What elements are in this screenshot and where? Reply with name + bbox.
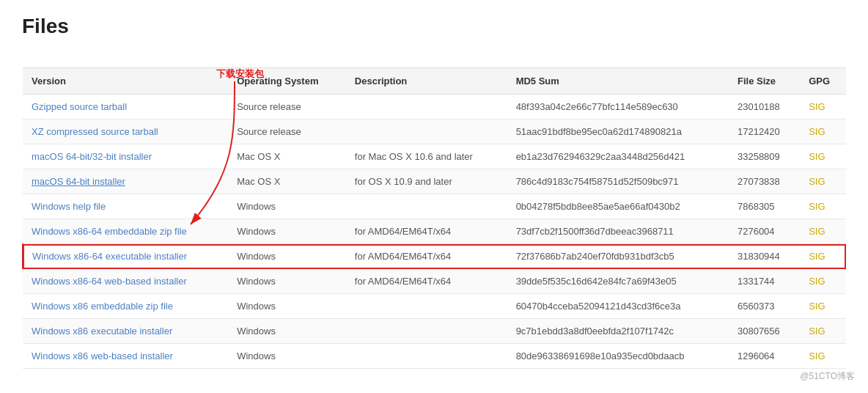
md5-cell: 0b04278f5bdb8ee85ae5ae66af0430b2 — [507, 194, 729, 219]
table-row: Gzipped source tarballSource release48f3… — [23, 95, 846, 120]
table-row: XZ compressed source tarballSource relea… — [23, 120, 846, 144]
description-cell — [346, 319, 507, 344]
os-cell: Source release — [228, 120, 346, 144]
sig-link[interactable]: SIG — [809, 201, 825, 212]
table-row: Windows x86-64 web-based installerWindow… — [23, 269, 846, 294]
md5-cell: 51aac91bdf8be95ec0a62d174890821a — [507, 120, 729, 144]
version-cell: XZ compressed source tarball — [23, 120, 228, 144]
gpg-cell: SIG — [800, 144, 846, 169]
version-cell: macOS 64-bit installer — [23, 169, 228, 194]
filesize-cell: 27073838 — [729, 169, 800, 194]
sig-link[interactable]: SIG — [809, 276, 825, 287]
sig-link[interactable]: SIG — [809, 101, 825, 112]
sig-link[interactable]: SIG — [809, 176, 825, 187]
filesize-cell: 30807656 — [729, 319, 800, 344]
description-cell — [346, 95, 507, 120]
os-cell: Source release — [228, 95, 346, 120]
version-link[interactable]: Windows x86 executable installer — [32, 326, 172, 337]
version-link[interactable]: Gzipped source tarball — [32, 101, 127, 112]
sig-link[interactable]: SIG — [809, 126, 825, 137]
gpg-cell: SIG — [800, 244, 846, 269]
filesize-cell: 31830944 — [729, 244, 800, 269]
description-cell: for AMD64/EM64T/x64 — [346, 244, 507, 269]
md5-cell: 80de96338691698e10a935ecd0bdaacb — [507, 344, 729, 369]
files-table: Version Operating System Description MD5… — [22, 67, 846, 369]
version-link[interactable]: Windows x86-64 web-based installer — [32, 276, 187, 287]
os-cell: Windows — [228, 294, 346, 319]
watermark: @51CTO博客 — [800, 370, 855, 383]
version-link[interactable]: Windows x86-64 embeddable zip file — [32, 226, 187, 237]
filesize-cell: 17212420 — [729, 120, 800, 144]
os-cell: Windows — [228, 219, 346, 244]
md5-cell: eb1a23d762946329c2aa3448d256d421 — [507, 144, 729, 169]
version-link[interactable]: Windows help file — [32, 201, 106, 212]
col-md5: MD5 Sum — [507, 68, 729, 95]
gpg-cell: SIG — [800, 95, 846, 120]
gpg-cell: SIG — [800, 319, 846, 344]
version-link[interactable]: Windows x86 web-based installer — [32, 350, 173, 361]
version-cell: Windows x86 web-based installer — [23, 344, 228, 369]
page-title: Files — [22, 15, 846, 38]
filesize-cell: 7868305 — [729, 194, 800, 219]
description-cell: for AMD64/EM64T/x64 — [346, 219, 507, 244]
os-cell: Mac OS X — [228, 169, 346, 194]
sig-link[interactable]: SIG — [809, 251, 825, 262]
gpg-cell: SIG — [800, 294, 846, 319]
version-cell: Windows x86-64 web-based installer — [23, 269, 228, 294]
description-cell — [346, 194, 507, 219]
table-row: macOS 64-bit/32-bit installerMac OS Xfor… — [23, 144, 846, 169]
md5-cell: 48f393a04c2e66c77bfc114e589ec630 — [507, 95, 729, 120]
description-cell — [346, 294, 507, 319]
gpg-cell: SIG — [800, 120, 846, 144]
gpg-cell: SIG — [800, 194, 846, 219]
col-description: Description — [346, 68, 507, 95]
gpg-cell: SIG — [800, 344, 846, 369]
filesize-cell: 33258809 — [729, 144, 800, 169]
sig-link[interactable]: SIG — [809, 326, 825, 337]
version-cell: Windows x86-64 embeddable zip file — [23, 219, 228, 244]
table-row: Windows x86 web-based installerWindows80… — [23, 344, 846, 369]
description-cell: for OS X 10.9 and later — [346, 169, 507, 194]
filesize-cell: 6560373 — [729, 294, 800, 319]
version-link[interactable]: Windows x86-64 executable installer — [32, 251, 187, 262]
os-cell: Windows — [228, 194, 346, 219]
sig-link[interactable]: SIG — [809, 350, 825, 361]
col-version: Version — [23, 68, 228, 95]
filesize-cell: 7276004 — [729, 219, 800, 244]
version-cell: Windows x86-64 executable installer — [23, 244, 228, 269]
version-link[interactable]: XZ compressed source tarball — [32, 126, 158, 137]
gpg-cell: SIG — [800, 269, 846, 294]
md5-cell: 72f37686b7ab240ef70fdb931bdf3cb5 — [507, 244, 729, 269]
sig-link[interactable]: SIG — [809, 151, 825, 162]
description-cell — [346, 344, 507, 369]
version-link[interactable]: Windows x86 embeddable zip file — [32, 301, 173, 312]
sig-link[interactable]: SIG — [809, 301, 825, 312]
md5-cell: 9c7b1ebdd3a8df0eebfda2f107f1742c — [507, 319, 729, 344]
filesize-cell: 23010188 — [729, 95, 800, 120]
md5-cell: 73df7cb2f1500ff36d7dbeeac3968711 — [507, 219, 729, 244]
gpg-cell: SIG — [800, 219, 846, 244]
version-cell: macOS 64-bit/32-bit installer — [23, 144, 228, 169]
os-cell: Windows — [228, 319, 346, 344]
md5-cell: 786c4d9183c754f58751d52f509bc971 — [507, 169, 729, 194]
os-cell: Windows — [228, 344, 346, 369]
table-row: macOS 64-bit installerMac OS Xfor OS X 1… — [23, 169, 846, 194]
version-cell: Windows help file — [23, 194, 228, 219]
md5-cell: 60470b4cceba52094121d43cd3f6ce3a — [507, 294, 729, 319]
version-cell: Windows x86 executable installer — [23, 319, 228, 344]
annotation-label: 下载安装包 — [216, 67, 264, 81]
version-link[interactable]: macOS 64-bit/32-bit installer — [32, 151, 152, 162]
table-row: Windows x86-64 embeddable zip fileWindow… — [23, 219, 846, 244]
annotation-area: 下载安装包 Version Operating System Descripti… — [22, 67, 846, 369]
os-cell: Windows — [228, 269, 346, 294]
os-cell: Mac OS X — [228, 144, 346, 169]
description-cell: for AMD64/EM64T/x64 — [346, 269, 507, 294]
table-row: Windows x86 embeddable zip fileWindows60… — [23, 294, 846, 319]
description-cell — [346, 120, 507, 144]
gpg-cell: SIG — [800, 169, 846, 194]
sig-link[interactable]: SIG — [809, 226, 825, 237]
version-link[interactable]: macOS 64-bit installer — [32, 176, 125, 187]
col-filesize: File Size — [729, 68, 800, 95]
os-cell: Windows — [228, 244, 346, 269]
description-cell: for Mac OS X 10.6 and later — [346, 144, 507, 169]
